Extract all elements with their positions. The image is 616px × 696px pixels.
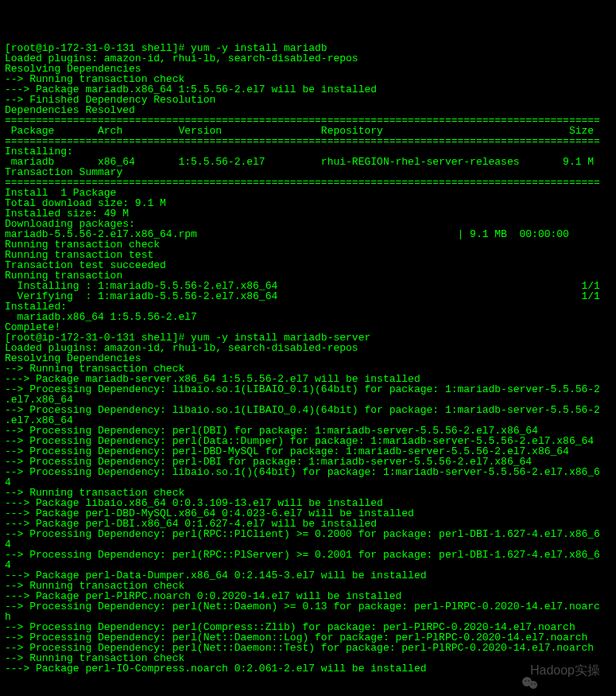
svg-point-5 bbox=[534, 683, 535, 684]
terminal-line: --> Processing Dependency: libaio.so.1(L… bbox=[5, 384, 611, 395]
svg-point-4 bbox=[531, 683, 532, 684]
svg-point-3 bbox=[528, 680, 529, 682]
terminal-line: --> Processing Dependency: perl(Net::Dae… bbox=[5, 601, 611, 612]
terminal-line: Verifying : 1:mariadb-5.5.56-2.el7.x86_6… bbox=[5, 291, 611, 301]
terminal-line: --> Processing Dependency: libaio.so.1(L… bbox=[5, 405, 611, 415]
watermark-text: Hadoop实操 bbox=[530, 664, 600, 677]
svg-point-2 bbox=[525, 680, 526, 682]
wechat-icon bbox=[506, 661, 525, 680]
terminal-line: mariadb.x86_64 1:5.5.56-2.el7 bbox=[5, 312, 611, 322]
svg-point-1 bbox=[529, 681, 537, 689]
terminal-line: ========================================… bbox=[5, 136, 611, 146]
watermark: Hadoop实操 bbox=[506, 661, 600, 680]
terminal-line: --> Processing Dependency: libaio.so.1()… bbox=[5, 467, 611, 477]
terminal-line: --> Processing Dependency: perl(RPC::PlC… bbox=[5, 529, 611, 539]
terminal-output: [root@ip-172-31-0-131 shell]# yum -y ins… bbox=[0, 41, 616, 675]
terminal-line: --> Processing Dependency: perl(RPC::PlS… bbox=[5, 550, 611, 560]
